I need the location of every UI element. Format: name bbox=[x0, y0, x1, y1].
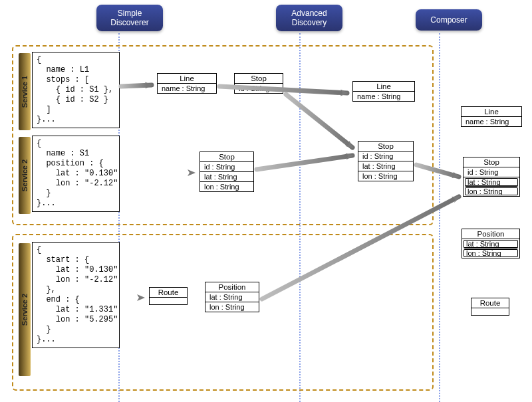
uml-title: Position bbox=[462, 229, 519, 239]
header-label: Simple bbox=[96, 9, 163, 18]
uml-field: id : String bbox=[200, 162, 253, 172]
code-service-3: { start : { lat : "0.130" lon : "-2.12" … bbox=[32, 242, 120, 348]
uml-field: id : String bbox=[358, 151, 413, 161]
uml-title: Stop bbox=[200, 152, 253, 162]
uml-field-highlight: lat : String bbox=[464, 240, 518, 249]
uml-title: Line bbox=[353, 82, 414, 92]
uml-route-composer: Route bbox=[471, 298, 509, 316]
uml-field: id : String bbox=[235, 84, 283, 93]
uml-field: name : String bbox=[158, 84, 216, 93]
uml-stop-composer: Stop id : String lat : String lon : Stri… bbox=[463, 157, 520, 197]
uml-title: Stop bbox=[464, 157, 519, 167]
uml-field: lon : String bbox=[358, 171, 413, 181]
uml-stop-small-simple: Stop id : String bbox=[234, 73, 283, 94]
service-tab-1: Service 1 bbox=[19, 53, 31, 130]
uml-field: lat : String bbox=[358, 161, 413, 171]
service-label: Service 2 bbox=[21, 159, 29, 191]
uml-field: lon : String bbox=[200, 182, 253, 191]
uml-position-composer: Position lat : String lon : String bbox=[462, 229, 520, 258]
uml-field: name : String bbox=[462, 117, 521, 126]
code-service-1: { name : L1 stops : [ { id : S1 }, { id … bbox=[32, 52, 120, 128]
uml-title: Line bbox=[158, 74, 216, 84]
uml-position-simple: Position lat : String lon : String bbox=[205, 282, 259, 312]
uml-line-adv: Line name : String bbox=[352, 81, 415, 102]
header-advanced-discovery: Advanced Discovery bbox=[276, 5, 342, 31]
uml-line-simple: Line name : String bbox=[157, 73, 217, 94]
uml-line-composer: Line name : String bbox=[461, 106, 522, 127]
uml-field: name : String bbox=[353, 92, 414, 101]
uml-title: Stop bbox=[358, 142, 413, 151]
uml-stop-adv: Stop id : String lat : String lon : Stri… bbox=[358, 141, 414, 181]
column-separator-3 bbox=[439, 33, 440, 402]
service-label: Service 1 bbox=[21, 76, 29, 108]
uml-title: Stop bbox=[235, 74, 283, 84]
uml-field: lat : String bbox=[200, 172, 253, 182]
header-label: Discovery bbox=[276, 18, 342, 27]
uml-field: id : String bbox=[464, 167, 519, 177]
header-label: Discoverer bbox=[96, 18, 163, 27]
uml-title: Position bbox=[205, 282, 259, 292]
service-label: Service 2 bbox=[21, 294, 29, 326]
uml-field: lon : String bbox=[205, 302, 259, 312]
uml-route-simple: Route bbox=[149, 287, 188, 305]
code-service-2: { name : S1 position : { lat : "0.130" l… bbox=[32, 136, 120, 212]
uml-field: lat : String bbox=[205, 292, 259, 302]
uml-title: Route bbox=[150, 288, 187, 298]
uml-title: Route bbox=[471, 298, 509, 308]
header-simple-discoverer: Simple Discoverer bbox=[96, 5, 163, 31]
service-tab-3: Service 2 bbox=[19, 243, 31, 376]
uml-field-highlight: lon : String bbox=[465, 187, 518, 195]
header-label: Advanced bbox=[276, 9, 342, 18]
uml-field-highlight: lon : String bbox=[464, 249, 518, 257]
header-label: Composer bbox=[416, 15, 482, 25]
uml-title: Line bbox=[462, 107, 521, 117]
uml-field bbox=[150, 298, 187, 304]
uml-field-highlight: lat : String bbox=[465, 178, 518, 187]
header-composer: Composer bbox=[416, 9, 482, 31]
uml-field bbox=[471, 308, 509, 315]
service-tab-2: Service 2 bbox=[19, 137, 31, 214]
uml-stop-mid-simple: Stop id : String lat : String lon : Stri… bbox=[200, 151, 254, 192]
